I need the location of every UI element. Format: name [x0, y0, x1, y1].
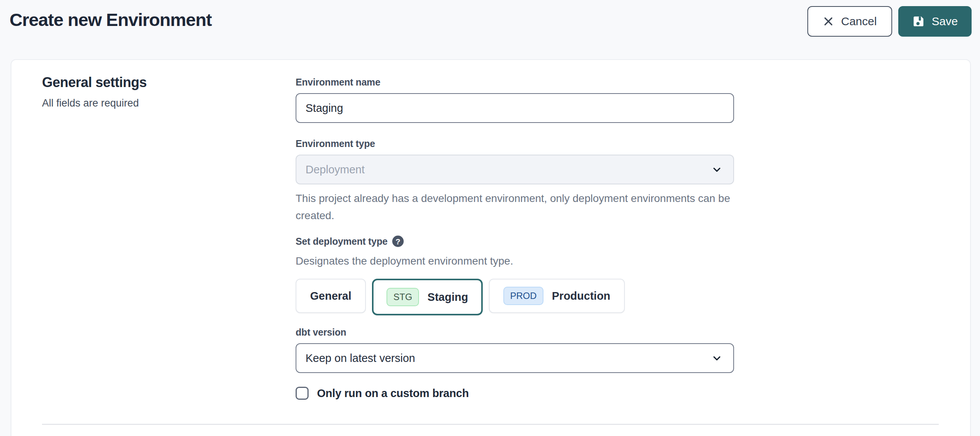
- save-button-label: Save: [932, 15, 958, 28]
- close-icon: [823, 16, 834, 27]
- set-deployment-type-label-text: Set deployment type: [296, 236, 388, 247]
- save-button[interactable]: Save: [898, 6, 972, 37]
- environment-form: Environment name Environment type Deploy…: [296, 77, 734, 400]
- option-production-label: Production: [552, 290, 610, 302]
- custom-branch-label: Only run on a custom branch: [317, 387, 469, 400]
- section-divider: [42, 424, 939, 425]
- section-info: General settings All fields are required: [42, 74, 147, 109]
- environment-type-select[interactable]: Deployment: [296, 155, 734, 184]
- section-subheading: All fields are required: [42, 97, 147, 109]
- set-deployment-type-label: Set deployment type ?: [296, 236, 734, 247]
- chevron-down-icon: [711, 164, 723, 175]
- deployment-type-options: General STG Staging PROD Production: [296, 279, 734, 315]
- chevron-down-icon: [711, 352, 723, 364]
- custom-branch-checkbox[interactable]: [296, 387, 309, 400]
- option-general-label: General: [310, 290, 351, 302]
- cancel-button[interactable]: Cancel: [807, 6, 892, 37]
- general-settings-card: General settings All fields are required…: [11, 59, 971, 436]
- header-actions: Cancel Save: [807, 6, 972, 37]
- environment-type-value: Deployment: [306, 163, 365, 176]
- dbt-version-label: dbt version: [296, 327, 734, 338]
- page-header: Create new Environment Cancel Save: [0, 0, 980, 37]
- dbt-version-value: Keep on latest version: [306, 352, 415, 365]
- staging-badge: STG: [387, 288, 419, 306]
- dbt-version-select[interactable]: Keep on latest version: [296, 343, 734, 373]
- save-icon: [912, 15, 925, 28]
- deployment-type-option-production[interactable]: PROD Production: [489, 279, 625, 313]
- environment-type-label: Environment type: [296, 138, 734, 149]
- help-glyph: ?: [395, 237, 400, 245]
- deployment-type-option-staging[interactable]: STG Staging: [372, 279, 483, 315]
- production-badge: PROD: [503, 287, 543, 305]
- option-staging-label: Staging: [427, 291, 468, 304]
- page-title: Create new Environment: [10, 9, 212, 30]
- environment-name-input[interactable]: [296, 93, 734, 123]
- deployment-type-option-general[interactable]: General: [296, 279, 366, 313]
- help-circle-icon[interactable]: ?: [392, 236, 404, 247]
- environment-type-helper: This project already has a development e…: [296, 190, 734, 224]
- section-heading: General settings: [42, 74, 147, 90]
- environment-name-label: Environment name: [296, 77, 734, 88]
- deployment-type-description: Designates the deployment environment ty…: [296, 252, 734, 270]
- custom-branch-row: Only run on a custom branch: [296, 387, 734, 400]
- cancel-button-label: Cancel: [841, 15, 877, 28]
